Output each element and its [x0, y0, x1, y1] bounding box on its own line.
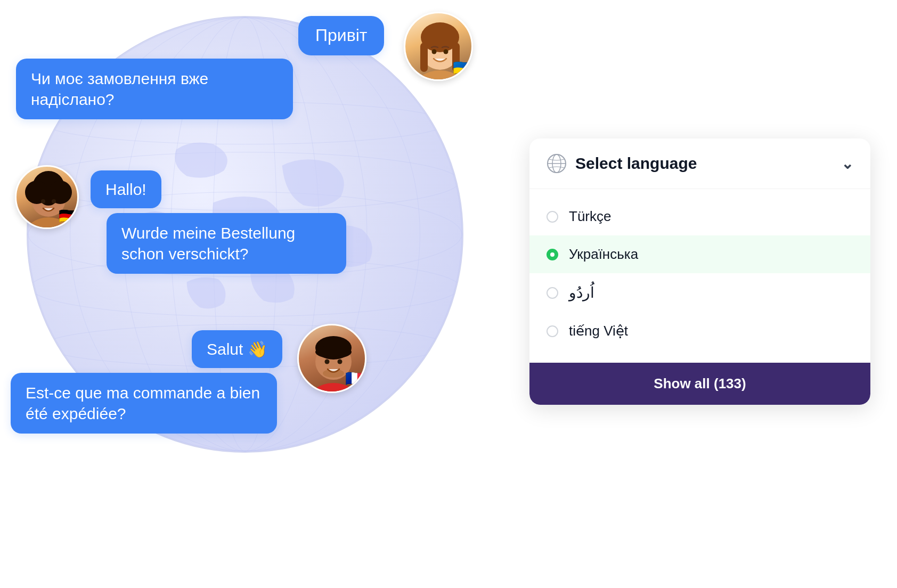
bubble-ukrainian-question: Чи моє замовлення вже надіслано? [16, 59, 293, 119]
german-flag: 🇩🇪 [59, 207, 77, 225]
show-all-label: Show all [654, 375, 710, 391]
french-flag: 🇫🇷 [345, 370, 364, 387]
show-all-count: (133) [714, 375, 746, 391]
scene: Привіт Чи моє замовлення вже надіслано? … [0, 0, 897, 588]
language-name-vietnamese: tiếng Việt [569, 323, 628, 339]
radio-vietnamese[interactable] [547, 325, 558, 337]
svg-point-23 [432, 50, 437, 54]
bubble-salut: Salut 👋 [192, 330, 282, 368]
radio-ukrainian[interactable] [547, 249, 558, 260]
globe-icon [547, 153, 567, 174]
svg-point-17 [52, 199, 56, 203]
radio-inner-dot [550, 252, 554, 257]
avatar-ukrainian-user: 🇺🇦 [404, 12, 473, 81]
language-panel: Select language ⌄ Türkçe Українська اُرد… [529, 138, 870, 405]
show-all-button[interactable]: Show all (133) [529, 363, 870, 405]
svg-rect-21 [420, 43, 428, 72]
radio-urdu[interactable] [547, 287, 558, 299]
language-item-turkce[interactable]: Türkçe [529, 198, 870, 235]
language-list: Türkçe Українська اُردُو tiếng Việt [529, 189, 870, 358]
svg-point-31 [338, 360, 343, 364]
language-selector-header[interactable]: Select language ⌄ [529, 138, 870, 189]
svg-point-28 [315, 346, 352, 358]
svg-point-30 [325, 360, 330, 364]
radio-turkce[interactable] [547, 211, 558, 223]
svg-point-16 [41, 199, 45, 203]
chevron-down-icon: ⌄ [841, 155, 853, 173]
ukrainian-flag: 🇺🇦 [453, 59, 471, 77]
svg-point-24 [444, 50, 449, 54]
language-name-ukrainian: Українська [569, 246, 638, 263]
language-name-turkce: Türkçe [569, 208, 611, 225]
language-name-urdu: اُردُو [569, 284, 594, 301]
language-item-vietnamese[interactable]: tiếng Việt [529, 312, 870, 350]
bubble-french-question: Est-ce que ma commande a bien été expédi… [11, 373, 277, 434]
language-item-ukrainian[interactable]: Українська [529, 235, 870, 273]
bubble-privet: Привіт [298, 16, 384, 55]
avatar-french-user: 🇫🇷 [297, 324, 366, 393]
bubble-german-question: Wurde meine Bestellung schon verschickt? [107, 213, 346, 274]
bubble-hallo: Hallo! [91, 170, 161, 208]
language-item-urdu[interactable]: اُردُو [529, 273, 870, 312]
avatar-german-user: 🇩🇪 [15, 165, 79, 229]
select-language-label: Select language [575, 154, 841, 173]
